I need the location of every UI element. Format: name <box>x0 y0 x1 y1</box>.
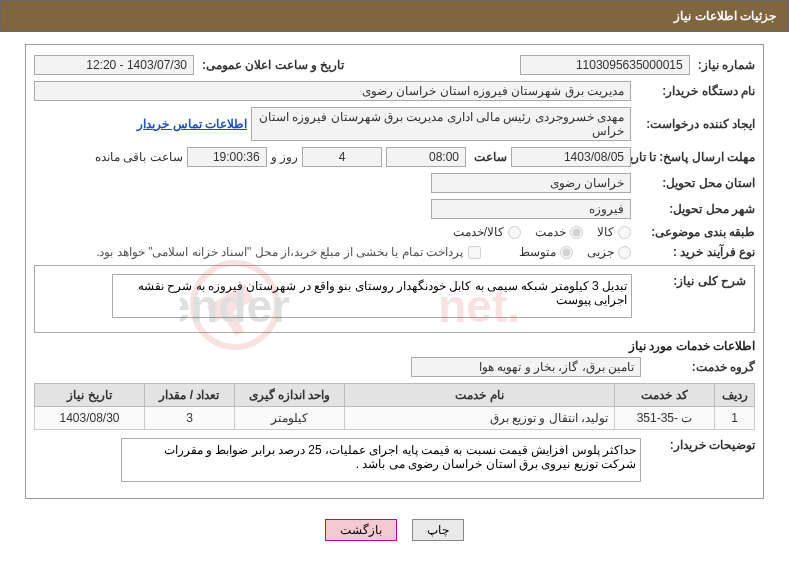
partial-pay-note: پرداخت تمام یا بخشی از مبلغ خرید،از محل … <box>96 245 463 259</box>
overall-label: شرح کلی نیاز: <box>636 274 746 288</box>
buyer-contact-link[interactable]: اطلاعات تماس خریدار <box>137 117 247 131</box>
services-table: ردیف کد خدمت نام خدمت واحد اندازه گیری ت… <box>34 383 755 430</box>
requester-label: ایجاد کننده درخواست: <box>635 117 755 131</box>
province-label: استان محل تحویل: <box>635 176 755 190</box>
col-date: تاریخ نیاز <box>35 384 145 407</box>
need-no-label: شماره نیاز: <box>694 58 755 72</box>
overall-description-fieldset: شرح کلی نیاز: <box>34 265 755 333</box>
buyer-notes-label: توضیحات خریدار: <box>645 438 755 452</box>
subject-class-options: کالا خدمت کالا/خدمت <box>453 225 631 239</box>
col-qty: تعداد / مقدار <box>145 384 235 407</box>
print-button[interactable]: چاپ <box>412 519 464 541</box>
announce-value: 1403/07/30 - 12:20 <box>34 55 194 75</box>
radio-service <box>570 226 583 239</box>
resp-hour-value: 08:00 <box>386 147 466 167</box>
group-label: گروه خدمت: <box>645 360 755 374</box>
radio-jozi <box>618 246 631 259</box>
buyer-org-label: نام دستگاه خریدار: <box>635 84 755 98</box>
radio-kala-service <box>508 226 521 239</box>
purchase-type-options: جزیی متوسط <box>519 245 631 259</box>
radio-kala <box>618 226 631 239</box>
col-code: کد خدمت <box>615 384 715 407</box>
radio-mid <box>560 246 573 259</box>
province-value: خراسان رضوی <box>431 173 631 193</box>
overall-description-text <box>112 274 632 318</box>
table-row: 1 ت -35-351 تولید، انتقال و توزیع برق کی… <box>35 407 755 430</box>
days-value: 4 <box>302 147 382 167</box>
hour-label: ساعت <box>470 150 507 164</box>
buyer-notes-text <box>121 438 641 482</box>
requester-value: مهدی خسروجردی رئیس مالی اداری مدیریت برق… <box>251 107 631 141</box>
service-info-title: اطلاعات خدمات مورد نیاز <box>34 339 755 353</box>
subject-class-label: طبقه بندی موضوعی: <box>635 225 755 239</box>
buyer-org-value: مدیریت برق شهرستان فیروزه استان خراسان ر… <box>34 81 631 101</box>
remain-time-value: 19:00:36 <box>187 147 267 167</box>
col-name: نام خدمت <box>345 384 615 407</box>
response-deadline-label: مهلت ارسال پاسخ: تا تاریخ: <box>635 150 755 164</box>
partial-pay-checkbox <box>468 246 481 259</box>
need-no-value: 1103095635000015 <box>520 55 690 75</box>
city-label: شهر محل تحویل: <box>635 202 755 216</box>
remain-label: ساعت باقی مانده <box>95 150 183 164</box>
resp-date-value: 1403/08/05 <box>511 147 631 167</box>
announce-label: تاریخ و ساعت اعلان عمومی: <box>198 58 344 72</box>
purchase-type-label: نوع فرآیند خرید : <box>635 245 755 259</box>
details-panel: شماره نیاز: 1103095635000015 تاریخ و ساع… <box>25 44 764 499</box>
col-unit: واحد اندازه گیری <box>235 384 345 407</box>
days-label: روز و <box>271 150 298 164</box>
group-value: تامین برق، گاز، بخار و تهویه هوا <box>411 357 641 377</box>
page-title: جزئیات اطلاعات نیاز <box>0 0 789 32</box>
city-value: فیروزه <box>431 199 631 219</box>
footer-actions: چاپ بازگشت <box>25 511 764 549</box>
col-row: ردیف <box>715 384 755 407</box>
back-button[interactable]: بازگشت <box>325 519 397 541</box>
